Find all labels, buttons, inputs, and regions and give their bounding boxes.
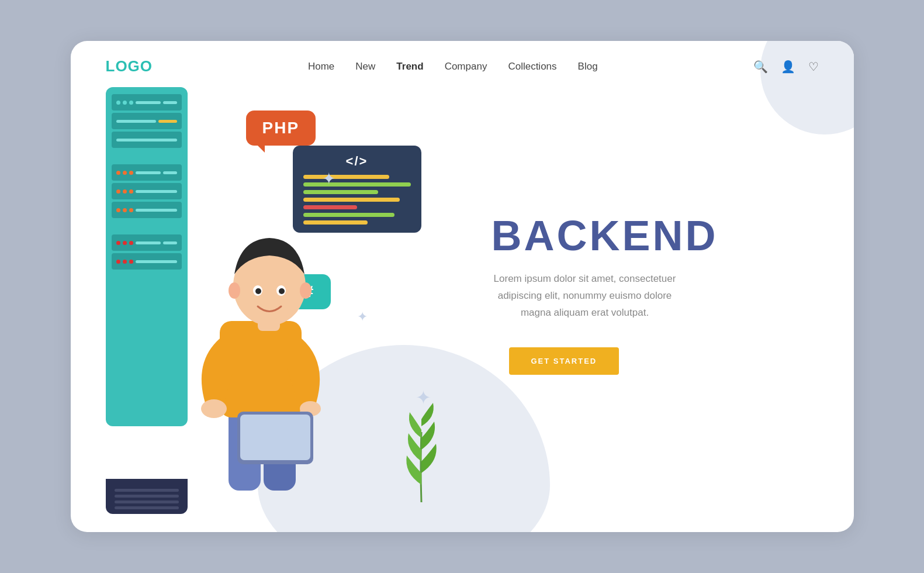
- developer-figure: [176, 204, 340, 508]
- php-badge: PHP: [246, 111, 316, 146]
- svg-point-16: [229, 282, 240, 299]
- nav-item-collections[interactable]: Collections: [508, 61, 556, 73]
- nav-item-trend[interactable]: Trend: [396, 61, 423, 73]
- sparkle-icon-2: ✦: [357, 309, 368, 325]
- nav-link-home[interactable]: Home: [308, 61, 334, 72]
- sparkle-icon-3: ✦: [416, 386, 431, 409]
- get-started-button[interactable]: GET STARTED: [509, 347, 620, 375]
- nav-item-home[interactable]: Home: [308, 61, 334, 73]
- nav-icons: 🔍 👤 ♡: [753, 60, 819, 74]
- svg-rect-15: [258, 318, 280, 331]
- svg-point-17: [300, 282, 312, 299]
- logo: LOGO: [106, 57, 153, 75]
- plant-decoration: [398, 397, 445, 502]
- svg-point-13: [255, 288, 261, 294]
- illustration: PHP </> C# ✦ ✦ ✦: [71, 75, 456, 514]
- rack-unit: [112, 164, 182, 181]
- user-icon[interactable]: 👤: [781, 60, 795, 74]
- server-rack: [106, 87, 188, 426]
- rack-unit: [112, 113, 182, 129]
- svg-point-14: [279, 288, 285, 294]
- rack-unit: [112, 202, 182, 218]
- rack-bottom-lines: [115, 489, 179, 509]
- nav-link-collections[interactable]: Collections: [508, 61, 556, 72]
- nav-link-blog[interactable]: Blog: [578, 61, 598, 72]
- nav-link-trend[interactable]: Trend: [396, 61, 423, 72]
- hero-description: Lorem ipsum dolor sit amet, consectetuer…: [492, 271, 679, 322]
- heart-icon[interactable]: ♡: [808, 60, 819, 74]
- rack-unit: [112, 253, 182, 270]
- nav-links: Home New Trend Company Collections Blog: [308, 61, 598, 73]
- navbar: LOGO Home New Trend Company Collections …: [71, 41, 854, 75]
- svg-rect-9: [240, 415, 310, 460]
- content-right: BACKEND Lorem ipsum dolor sit amet, cons…: [456, 75, 854, 514]
- code-tag: </>: [303, 154, 411, 169]
- rack-unit: [112, 94, 182, 111]
- hero-title: BACKEND: [492, 215, 807, 257]
- nav-item-blog[interactable]: Blog: [578, 61, 598, 73]
- rack-unit: [112, 183, 182, 199]
- search-icon[interactable]: 🔍: [753, 60, 768, 74]
- rack-unit: [112, 234, 182, 251]
- main-content: PHP </> C# ✦ ✦ ✦: [71, 75, 854, 514]
- nav-link-new[interactable]: New: [355, 61, 375, 72]
- svg-point-3: [201, 399, 227, 418]
- sparkle-icon-1: ✦: [322, 169, 335, 188]
- main-card: LOGO Home New Trend Company Collections …: [71, 41, 854, 532]
- nav-item-new[interactable]: New: [355, 61, 375, 73]
- nav-link-company[interactable]: Company: [445, 61, 487, 72]
- nav-item-company[interactable]: Company: [445, 61, 487, 73]
- rack-unit: [112, 132, 182, 148]
